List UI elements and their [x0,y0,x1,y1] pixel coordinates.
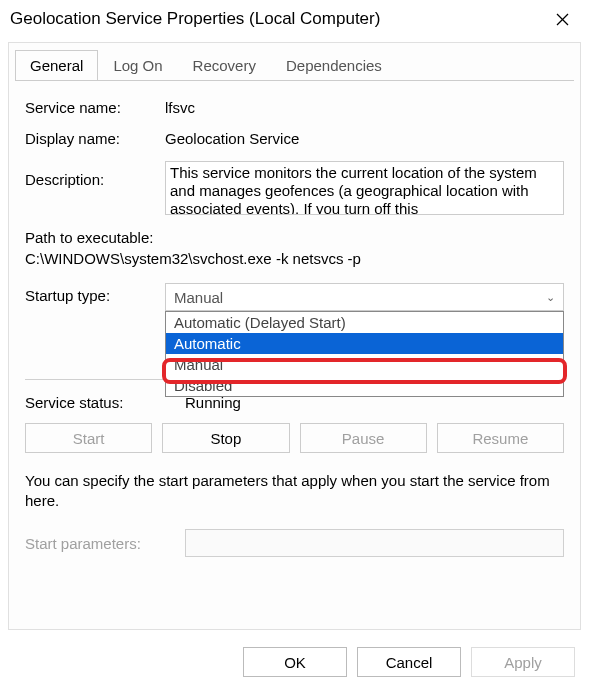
startup-type-select[interactable]: Manual ⌄ [165,283,564,311]
tab-general[interactable]: General [15,50,98,81]
cancel-button[interactable]: Cancel [357,647,461,677]
service-status-label: Service status: [25,394,185,411]
startup-type-dropdown: Automatic (Delayed Start) Automatic Manu… [165,311,564,397]
option-manual[interactable]: Manual [166,354,563,375]
display-name-value: Geolocation Service [165,130,564,147]
stop-button[interactable]: Stop [162,423,289,453]
start-parameters-note: You can specify the start parameters tha… [25,471,564,511]
display-name-label: Display name: [25,130,165,147]
service-name-label: Service name: [25,99,165,116]
startup-type-selected: Manual [174,289,223,306]
tab-logon[interactable]: Log On [98,50,177,81]
ok-button[interactable]: OK [243,647,347,677]
description-label: Description: [25,161,165,188]
tab-recovery[interactable]: Recovery [178,50,271,81]
tab-strip: General Log On Recovery Dependencies [15,49,580,80]
path-value: C:\WINDOWS\system32\svchost.exe -k netsv… [25,250,564,267]
description-textbox[interactable]: This service monitors the current locati… [165,161,564,215]
resume-button: Resume [437,423,564,453]
close-icon[interactable] [539,4,585,34]
option-automatic[interactable]: Automatic [166,333,563,354]
start-parameters-input [185,529,564,557]
window-title: Geolocation Service Properties (Local Co… [10,9,380,29]
option-disabled[interactable]: Disabled [166,375,563,396]
start-parameters-label: Start parameters: [25,535,185,552]
chevron-down-icon: ⌄ [546,291,555,304]
path-label: Path to executable: [25,229,564,246]
pause-button: Pause [300,423,427,453]
start-button: Start [25,423,152,453]
service-name-value: lfsvc [165,99,564,116]
apply-button: Apply [471,647,575,677]
tab-dependencies[interactable]: Dependencies [271,50,397,81]
startup-type-label: Startup type: [25,283,165,304]
option-automatic-delayed[interactable]: Automatic (Delayed Start) [166,312,563,333]
